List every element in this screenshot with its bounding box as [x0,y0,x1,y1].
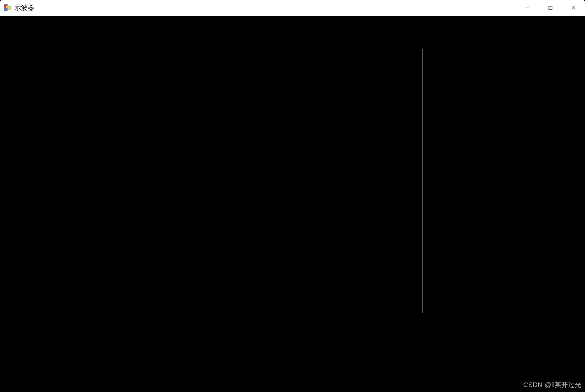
maximize-button[interactable] [539,0,562,15]
window-controls [516,0,585,15]
watermark-text: CSDN @li某开过光 [523,380,582,389]
window-title: 示波器 [14,3,34,12]
maximize-icon [548,5,553,11]
titlebar[interactable]: 示波器 [0,0,585,16]
oscilloscope-display-panel [27,49,423,313]
minimize-icon [525,5,530,11]
minimize-button[interactable] [516,0,539,15]
svg-rect-1 [549,6,552,10]
client-area: CSDN @li某开过光 [0,16,585,392]
close-icon [571,5,576,11]
app-icon [4,4,11,12]
app-window: 示波器 CSDN @li某开过光 [0,0,585,392]
close-button[interactable] [562,0,585,15]
